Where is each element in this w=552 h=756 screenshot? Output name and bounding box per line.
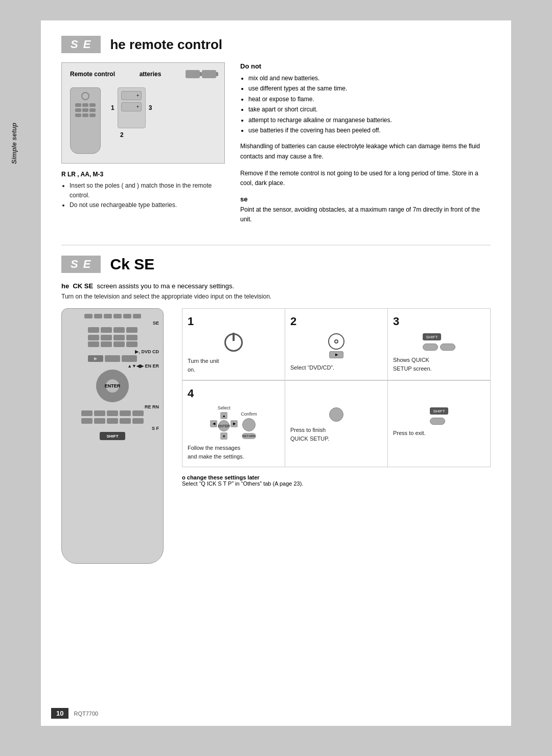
battery-icons xyxy=(186,70,216,78)
step-number-2: 2 xyxy=(120,131,216,139)
arrow-cluster: ▲ ◀ ENTER ▶ ▼ xyxy=(210,412,238,440)
step4-cell3-icon: SHIFT xyxy=(393,407,485,425)
step2-number: 2 xyxy=(290,315,382,328)
do-not-item-3: take apart or short circuit. xyxy=(248,104,491,114)
page-code: RQT7700 xyxy=(74,711,98,717)
right-arrow: ▶ xyxy=(231,420,238,427)
step-number-3: 3 xyxy=(149,104,152,111)
step4-cell2-desc: Press to finish QUICK SETUP. xyxy=(290,426,382,443)
ck-subtitle: he CK SE screen assists you to ma e nece… xyxy=(61,282,491,290)
step4-cell-1: 4 Select ▲ ◀ ENTER ▶ ▼ xyxy=(182,380,285,467)
step3-line2: SETUP screen. xyxy=(393,365,432,372)
do-not-section: Do not mix old and new batteries. use di… xyxy=(240,62,491,188)
battery-box-header: Remote control atteries xyxy=(70,70,216,78)
open-remote-illustration: 1 + + 3 2 xyxy=(111,87,216,139)
battery-step-1: Insert so the poles ( and ) match those … xyxy=(70,181,225,200)
remote-enter-label: ▲▼◀▶ EN ER xyxy=(127,363,159,369)
remote-shift-label: S F xyxy=(152,426,159,431)
confirm-label: Confirm xyxy=(241,411,257,417)
remote-illustration xyxy=(70,87,101,154)
section2-title: Ck SE xyxy=(110,256,154,273)
footer-text: Select “Q ICK S T P” in “Others” tab (A … xyxy=(182,480,303,487)
enter-btn: ENTER xyxy=(218,420,229,431)
step1-number: 1 xyxy=(188,315,280,328)
steps-area: 1 Turn the unit on. 2 xyxy=(182,308,491,564)
mishandling-text: Mishandling of batteries can cause elect… xyxy=(240,142,491,161)
battery-box: Remote control atteries xyxy=(61,62,225,164)
page-num-bar: 10 RQT7700 xyxy=(41,708,511,719)
step2-desc: Select “DVD/CD”. xyxy=(290,363,382,372)
step3-line1: Shows QUICK xyxy=(393,357,429,363)
ck-sub-ckse: CK SE xyxy=(73,282,93,290)
section1-title: he remote control xyxy=(110,37,222,53)
battery-steps: R LR , AA, M-3 Insert so the poles ( and… xyxy=(61,171,225,211)
battery-icon-1 xyxy=(186,70,200,78)
quicksetup-layout: SE xyxy=(61,308,491,564)
sensor-section: se Point at the sensor, avoiding obstacl… xyxy=(240,195,491,224)
side-label: Simple setup xyxy=(10,123,18,164)
step3-desc: Shows QUICK SETUP screen. xyxy=(393,356,485,373)
step4-line1: Follow the messages xyxy=(188,445,240,451)
step4-c2-line2: QUICK SETUP. xyxy=(290,436,329,442)
remote-dvdcd-label: ▶, DVD CD xyxy=(135,349,159,354)
step4-row: 4 Select ▲ ◀ ENTER ▶ ▼ xyxy=(182,380,491,467)
do-not-item-1: use different types at the same time. xyxy=(248,83,491,94)
ck-sub-he: he xyxy=(61,282,69,290)
section-divider xyxy=(61,245,491,245)
shift-btn: SHIFT xyxy=(423,333,441,340)
remove-text: Remove if the remote control is not goin… xyxy=(240,169,491,188)
do-not-item-5: use batteries if the covering has been p… xyxy=(248,125,491,135)
right-panel: Do not mix old and new batteries. use di… xyxy=(240,62,491,224)
step-cell-1: 1 Turn the unit on. xyxy=(182,309,285,380)
enter-finish xyxy=(329,407,343,422)
footer-note: o change these settings later Select “Q … xyxy=(182,474,491,487)
section2-header: S E Ck SE xyxy=(61,256,491,273)
oval-btn-1 xyxy=(423,343,438,351)
page-number: 10 xyxy=(51,708,68,719)
remote-large: SE xyxy=(61,308,164,564)
dvd-icon: ▶ xyxy=(328,333,344,358)
step-cell-3: 3 SHIFT Shows QUICK SETUP screen. xyxy=(388,309,491,380)
section1-badge: S E xyxy=(61,36,101,53)
page: Simple setup S E he remote control Remot… xyxy=(41,20,511,726)
up-arrow: ▲ xyxy=(220,412,227,419)
remote-return-label: RE RN xyxy=(145,404,159,409)
section1-header: S E he remote control xyxy=(61,36,491,53)
step4-cell-2: Press to finish QUICK SETUP. xyxy=(285,380,388,467)
step3-number: 3 xyxy=(393,315,485,328)
step4-cell-3: SHIFT Press to exit. xyxy=(388,380,491,467)
step1-icon xyxy=(188,333,280,352)
battery-step-2: Do not use rechargeable type batteries. xyxy=(70,200,225,210)
step4-icon: Select ▲ ◀ ENTER ▶ ▼ xyxy=(188,405,280,440)
step4-cell3-desc: Press to exit. xyxy=(393,429,485,438)
enter-confirm xyxy=(242,418,256,431)
down-arrow: ▼ xyxy=(220,432,227,440)
ck-sub-post: screen assists you to ma e necessary set… xyxy=(97,282,234,290)
step-cell-2: 2 ▶ Select “DVD/CD”. xyxy=(285,309,388,380)
do-not-item-2: heat or expose to flame. xyxy=(248,94,491,104)
shift-setup-icon: SHIFT xyxy=(423,333,455,351)
step4-desc: Follow the messages and make the setting… xyxy=(188,444,280,461)
power-icon xyxy=(224,333,243,352)
step1-desc: Turn the unit on. xyxy=(188,357,280,374)
battery-type-label: R LR , AA, M-3 xyxy=(61,171,225,178)
step4-c2-line1: Press to finish xyxy=(290,427,326,433)
left-panel: Remote control atteries xyxy=(61,62,225,224)
step-number-1: 1 xyxy=(111,104,114,111)
section2-badge: S E xyxy=(61,256,101,273)
step1-line2: on. xyxy=(188,366,195,373)
section1-content: Remote control atteries xyxy=(61,62,491,224)
batteries-label: atteries xyxy=(140,71,162,78)
return-btn: RETURN xyxy=(242,433,256,439)
sensor-text: Point at the sensor, avoiding obstacles,… xyxy=(240,205,491,224)
step1-line1: Turn the unit xyxy=(188,358,219,364)
remote-large-area: SE xyxy=(61,308,174,564)
exit-shift-icon: SHIFT xyxy=(430,407,448,425)
step4-c3-line1: Press to exit. xyxy=(393,430,426,436)
exit-oval-btn xyxy=(430,418,445,425)
sensor-title: se xyxy=(240,195,491,203)
step4-number: 4 xyxy=(188,387,280,400)
oval-btn-2 xyxy=(440,343,455,351)
step2-icon: ▶ xyxy=(290,333,382,358)
battery-icon-2 xyxy=(202,70,216,78)
